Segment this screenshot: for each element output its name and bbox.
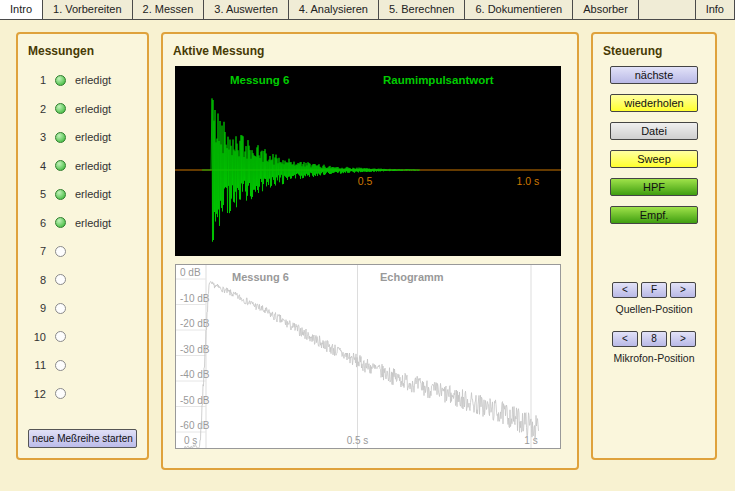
measurement-status-icon: [55, 217, 66, 228]
measurement-number: 10: [28, 331, 46, 343]
source-position-controls: < F >: [603, 282, 705, 298]
hpf-button[interactable]: HPF: [610, 178, 698, 196]
naechste-button[interactable]: nächste: [610, 66, 698, 84]
tab-absorber[interactable]: Absorber: [573, 0, 639, 19]
measurement-row-7[interactable]: 7: [28, 237, 137, 266]
steuerung-panel-title: Steuerung: [603, 44, 705, 58]
measurement-row-1[interactable]: 1 erledigt: [28, 66, 137, 95]
measurement-number: 2: [28, 103, 46, 115]
messungen-panel-title: Messungen: [28, 44, 137, 58]
impulse-response-chart: 0.51.0 sMessung 6Raumimpulsantwort: [175, 66, 561, 256]
measurement-number: 12: [28, 388, 46, 400]
measurement-row-12[interactable]: 12: [28, 380, 137, 409]
empf-button[interactable]: Empf.: [610, 206, 698, 224]
tab-berechnen[interactable]: 5. Berechnen: [379, 0, 465, 19]
measurement-status-icon: [55, 388, 66, 399]
messungen-panel: Messungen 1 erledigt 2 erledigt 3 erledi…: [16, 32, 149, 460]
measurement-row-9[interactable]: 9: [28, 294, 137, 323]
echogram-y-tick-label: -60 dB: [180, 420, 210, 431]
microphone-next-button[interactable]: >: [670, 331, 696, 347]
main-area: Messungen 1 erledigt 2 erledigt 3 erledi…: [0, 20, 735, 470]
measurement-status-icon: [55, 132, 66, 143]
measurement-status-icon: [55, 360, 66, 371]
measurement-status-label: erledigt: [75, 131, 111, 143]
wiederholen-button[interactable]: wiederholen: [610, 94, 698, 112]
measurement-row-3[interactable]: 3 erledigt: [28, 123, 137, 152]
measurement-number: 6: [28, 217, 46, 229]
microphone-position-controls: < 8 >: [603, 331, 705, 347]
source-prev-button[interactable]: <: [612, 282, 638, 298]
tab-intro[interactable]: Intro: [0, 0, 43, 19]
echogram-y-tick-label: 0 dB: [180, 267, 201, 278]
echogram-y-tick-label: -20 dB: [180, 318, 210, 329]
measurement-status-icon: [55, 274, 66, 285]
microphone-position-label: Mikrofon-Position: [603, 352, 705, 364]
measurement-row-6[interactable]: 6 erledigt: [28, 209, 137, 238]
source-value-button[interactable]: F: [641, 282, 667, 298]
impulse-chart-title: Messung 6: [230, 74, 289, 86]
measurement-status-icon: [55, 160, 66, 171]
measurement-status-icon: [55, 103, 66, 114]
datei-button[interactable]: Datei: [610, 122, 698, 140]
measurement-number: 7: [28, 245, 46, 257]
echogram-y-tick-label: -50 dB: [180, 395, 210, 406]
tab-info[interactable]: Info: [695, 0, 735, 19]
microphone-value-button[interactable]: 8: [641, 331, 667, 347]
measurement-row-11[interactable]: 11: [28, 351, 137, 380]
echogram-chart: 0 dB-10 dB-20 dB-30 dB-40 dB-50 dB-60 dB…: [175, 264, 561, 449]
echogram-chart-subtitle: Echogramm: [380, 271, 444, 283]
measurement-number: 1: [28, 74, 46, 86]
source-position-label: Quellen-Position: [603, 303, 705, 315]
measurement-status-label: erledigt: [75, 188, 111, 200]
measurement-row-4[interactable]: 4 erledigt: [28, 152, 137, 181]
measurement-row-10[interactable]: 10: [28, 323, 137, 352]
microphone-prev-button[interactable]: <: [612, 331, 638, 347]
impulse-chart-subtitle: Raumimpulsantwort: [383, 74, 494, 86]
measurement-status-icon: [55, 246, 66, 257]
measurement-status-label: erledigt: [75, 217, 111, 229]
aktive-messung-panel: Aktive Messung 0.51.0 sMessung 6Raumimpu…: [161, 32, 579, 470]
measurement-status-icon: [55, 189, 66, 200]
measurement-status-label: erledigt: [75, 103, 111, 115]
measurement-status-label: erledigt: [75, 74, 111, 86]
impulse-x-tick-label: 0.5: [358, 175, 373, 187]
measurement-status-label: erledigt: [75, 160, 111, 172]
impulse-x-tick-label: 1.0 s: [517, 175, 540, 187]
echogram-x-tick-label: 0.5 s: [347, 435, 369, 446]
tab-analysieren[interactable]: 4. Analysieren: [289, 0, 379, 19]
measurement-number: 11: [28, 359, 46, 371]
aktive-messung-panel-title: Aktive Messung: [173, 44, 567, 58]
measurement-row-5[interactable]: 5 erledigt: [28, 180, 137, 209]
source-next-button[interactable]: >: [670, 282, 696, 298]
tab-bar: Intro 1. Vorbereiten 2. Messen 3. Auswer…: [0, 0, 735, 20]
echogram-y-tick-label: -40 dB: [180, 369, 210, 380]
new-series-button[interactable]: neue Meßreihe starten: [28, 429, 137, 448]
measurement-status-icon: [55, 303, 66, 314]
tab-auswerten[interactable]: 3. Auswerten: [204, 0, 289, 19]
steuerung-panel: Steuerung nächste wiederholen Datei Swee…: [591, 32, 717, 460]
measurement-number: 5: [28, 188, 46, 200]
measurement-number: 3: [28, 131, 46, 143]
measurement-status-icon: [55, 331, 66, 342]
echogram-chart-title: Messung 6: [232, 271, 289, 283]
tab-vorbereiten[interactable]: 1. Vorbereiten: [43, 0, 133, 19]
measurement-row-8[interactable]: 8: [28, 266, 137, 295]
measurement-row-2[interactable]: 2 erledigt: [28, 95, 137, 124]
tab-dokumentieren[interactable]: 6. Dokumentieren: [465, 0, 573, 19]
measurement-number: 8: [28, 274, 46, 286]
measurement-number: 4: [28, 160, 46, 172]
tab-messen[interactable]: 2. Messen: [133, 0, 205, 19]
sweep-button[interactable]: Sweep: [610, 150, 698, 168]
measurement-status-icon: [55, 75, 66, 86]
echogram-y-tick-label: -10 dB: [180, 293, 210, 304]
measurement-number: 9: [28, 302, 46, 314]
